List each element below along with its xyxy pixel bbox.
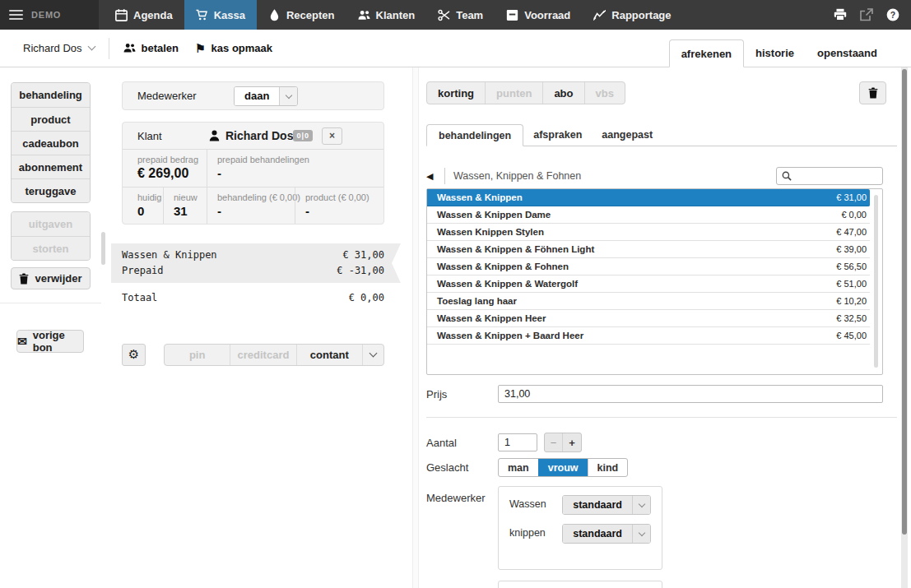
delete-item-button[interactable] <box>859 81 886 104</box>
verwijder-button[interactable]: verwijder <box>11 267 91 289</box>
payment-row: ⚙ pin creditcard contant <box>122 344 384 366</box>
knippen-medewerker-dropdown[interactable]: standaard <box>562 524 651 544</box>
close-icon[interactable]: × <box>322 127 342 145</box>
tab-historie[interactable]: historie <box>744 39 806 67</box>
storten-button[interactable]: storten <box>12 236 90 260</box>
list-item[interactable]: Wassen & Knippen & Fohnen € 56,50 <box>427 258 870 275</box>
cadeaubon-button[interactable]: cadeaubon <box>12 131 90 155</box>
list-item[interactable]: Wassen & Knippen + Baard Heer € 45,00 <box>427 327 870 345</box>
product-cell: product (€ 0,00) - <box>295 188 383 224</box>
pay-creditcard-button[interactable]: creditcard <box>230 345 295 365</box>
assign-row: knippen standaard <box>509 524 651 544</box>
topbar: DEMO Agenda Kassa Recepten Klanten Team <box>0 0 911 30</box>
chevron-down-icon <box>632 496 650 514</box>
search-input[interactable] <box>776 167 883 185</box>
sidebar-scrollbar[interactable] <box>100 67 106 588</box>
tab-aangepast[interactable]: aangepast <box>592 124 662 146</box>
pay-contant-button[interactable]: contant <box>296 345 362 365</box>
prijs-row: Prijs <box>426 385 883 403</box>
wassen-medewerker-dropdown[interactable]: standaard <box>562 495 651 515</box>
brand-label: DEMO <box>31 10 61 20</box>
back-icon[interactable]: ◀ <box>426 171 443 182</box>
nav-label: Recepten <box>286 9 335 21</box>
scrollbar-thumb[interactable] <box>902 69 907 535</box>
list-item[interactable]: Wassen & Knippen & Watergolf € 51,00 <box>427 275 870 293</box>
geslacht-kind[interactable]: kind <box>588 459 628 476</box>
list-item[interactable]: Wassen & Knippen Dame € 0,00 <box>427 206 870 224</box>
item-panel: korting punten abo vbs behandelingen afs… <box>420 67 883 588</box>
nav-item-agenda[interactable]: Agenda <box>104 0 184 30</box>
ticket-panel: Medewerker daan Klant Richard Dos 0|0 × … <box>111 67 401 588</box>
geslacht-vrouw[interactable]: vrouw <box>538 459 588 476</box>
huidig-cell: huidig 0 <box>123 188 163 224</box>
list-item[interactable]: Wassen & Knippen € 31,00 <box>427 189 870 206</box>
middle-scrollbar-track[interactable] <box>412 67 419 588</box>
teruggave-button[interactable]: teruggave <box>12 178 90 202</box>
uitgaven-button[interactable]: uitgaven <box>12 212 90 236</box>
box-icon <box>506 9 518 21</box>
aantal-label: Aantal <box>426 437 498 449</box>
list-scrollbar-thumb[interactable] <box>874 195 878 368</box>
product-button[interactable]: product <box>12 107 90 131</box>
sidebar-divider <box>0 303 101 303</box>
category-header: ◀ Wassen, Knippen & Fohnen <box>426 166 883 186</box>
nav-label: Team <box>456 9 483 21</box>
window-scrollbar[interactable] <box>901 67 908 588</box>
list-item[interactable]: Wassen & Knippen Heer € 32,50 <box>427 310 870 327</box>
kas-opmaak-button[interactable]: ⚑ kas opmaak <box>195 42 272 54</box>
payment-more-button[interactable] <box>362 345 383 365</box>
nav-item-voorraad[interactable]: Voorraad <box>495 0 582 30</box>
nav-item-klanten[interactable]: Klanten <box>346 0 427 30</box>
print-icon[interactable] <box>834 8 847 21</box>
customer-select[interactable]: Richard Dos <box>23 42 95 54</box>
settings-button[interactable]: ⚙ <box>122 344 146 366</box>
geslacht-row: Geslacht man vrouw kind <box>426 458 883 477</box>
tab-afrekenen[interactable]: afrekenen <box>669 39 744 67</box>
list-item[interactable]: Wassen Knippen Stylen € 47,00 <box>427 224 870 241</box>
abo-button[interactable]: abo <box>542 82 583 104</box>
betalen-button[interactable]: betalen <box>123 42 179 54</box>
abonnement-button[interactable]: abonnement <box>12 155 90 178</box>
vorige-bon-button[interactable]: ✉ vorige bon <box>16 330 84 353</box>
scrollbar-thumb[interactable] <box>101 232 105 265</box>
prepaid-bedrag-cell: prepaid bedrag € 269,00 <box>123 150 207 187</box>
export-icon[interactable] <box>860 8 873 21</box>
vbs-button[interactable]: vbs <box>584 82 625 104</box>
korting-button[interactable]: korting <box>427 82 485 104</box>
nav-label: Kassa <box>214 9 245 21</box>
klant-name[interactable]: Richard Dos <box>209 129 293 142</box>
people-icon <box>358 9 370 21</box>
aantal-input[interactable] <box>498 433 537 451</box>
item-source-tabs: behandelingen afspraken aangepast <box>426 124 897 146</box>
hamburger-icon[interactable] <box>9 10 23 20</box>
assign-cards: Wassen standaard knippen standaard <box>498 486 662 588</box>
plus-button[interactable]: + <box>563 433 581 451</box>
help-icon[interactable]: ? <box>886 8 899 21</box>
geslacht-man[interactable]: man <box>499 459 538 476</box>
assign-row: Wassen standaard <box>509 495 651 515</box>
list-item[interactable]: Wassen & Knippen & Föhnen Light € 39,00 <box>427 241 870 258</box>
list-item[interactable]: Toeslag lang haar € 10,20 <box>427 293 870 310</box>
tab-behandelingen[interactable]: behandelingen <box>426 124 523 146</box>
sub-toolbar: Richard Dos betalen ⚑ kas opmaak afreken… <box>0 30 911 67</box>
chart-icon <box>593 9 606 21</box>
punten-button[interactable]: punten <box>485 82 542 104</box>
tab-afspraken[interactable]: afspraken <box>523 124 592 146</box>
tab-openstaand[interactable]: openstaand <box>806 39 889 67</box>
behandeling-button[interactable]: behandeling <box>12 83 90 107</box>
cart-icon <box>196 9 208 21</box>
receipt: Wassen & Knippen € 31,00 Prepaid € -31,0… <box>111 243 401 306</box>
receipt-line-selected[interactable]: Wassen & Knippen € 31,00 Prepaid € -31,0… <box>111 243 401 283</box>
scissors-icon <box>438 9 450 21</box>
prijs-input[interactable] <box>498 385 883 403</box>
nav-item-kassa[interactable]: Kassa <box>184 0 257 30</box>
minus-button[interactable]: − <box>545 433 563 451</box>
nav-item-recepten[interactable]: Recepten <box>257 0 346 30</box>
klant-header: Klant Richard Dos 0|0 × <box>123 123 383 150</box>
medewerker-dropdown[interactable]: daan <box>234 86 298 106</box>
pay-pin-button[interactable]: pin <box>165 345 230 365</box>
nav-item-rapportage[interactable]: Rapportage <box>582 0 682 30</box>
topbar-actions: ? <box>834 0 911 30</box>
nav-item-team[interactable]: Team <box>426 0 495 30</box>
search-icon <box>782 171 792 181</box>
